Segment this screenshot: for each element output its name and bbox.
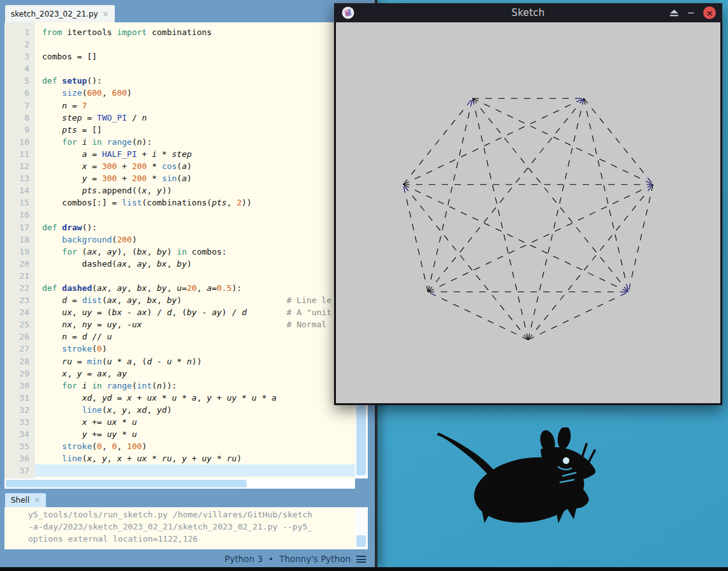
statusbar-interpreter[interactable]: Thonny's Python [279, 554, 351, 564]
line-number: 10 [4, 136, 35, 148]
code-line[interactable] [35, 464, 355, 477]
code-line[interactable]: line(x, y, x + ux * ru, y + uy * ru) [35, 452, 355, 464]
code-line[interactable]: pts.append((x, y)) [35, 184, 355, 197]
code-line[interactable]: nx, ny = uy, -ux # Normal [35, 318, 355, 330]
code-line[interactable] [35, 270, 355, 282]
code-line[interactable]: d = dist(ax, ay, bx, by) # Line le [35, 294, 355, 306]
code-line[interactable]: size(600, 600) [35, 87, 355, 99]
code-line[interactable]: combos = [] [35, 50, 355, 63]
line-number: 15 [4, 197, 35, 209]
code-line[interactable]: combos[:] = list(combinations(pts, 2)) [35, 197, 355, 209]
code-line[interactable]: x, y = ax, ay [35, 367, 355, 380]
code-line[interactable]: y += uy * u [35, 428, 355, 440]
statusbar-backend[interactable]: Python 3 [224, 554, 263, 564]
code-line[interactable] [35, 63, 355, 75]
code-line[interactable]: pts = [] [35, 124, 355, 136]
line-number: 19 [4, 246, 35, 258]
code-line[interactable]: dashed(ax, ay, bx, by) [35, 258, 355, 270]
code-line[interactable] [35, 38, 355, 50]
code-editor[interactable]: 1234567891011121314151617181920212223242… [4, 22, 368, 478]
line-number: 13 [4, 172, 35, 184]
line-number: 26 [4, 330, 35, 343]
code-line[interactable]: ru = min(u * a, (d - u * n)) [35, 355, 355, 367]
code-area[interactable]: from itertools import combinationscombos… [35, 22, 355, 478]
line-number: 11 [4, 148, 35, 160]
line-number: 37 [4, 464, 35, 477]
line-number: 24 [4, 306, 35, 318]
shell-vertical-scrollbar[interactable] [355, 507, 368, 549]
shell-panel[interactable]: y5_tools/tools/run_sketch.py /home/villa… [4, 507, 368, 549]
tab-label: sketch_2023_02_21.py [11, 10, 98, 19]
sketch-titlebar[interactable]: Sketch − × [334, 3, 722, 22]
line-number: 4 [4, 63, 35, 75]
line-number: 25 [4, 318, 35, 330]
code-line[interactable]: background(200) [35, 234, 355, 246]
thonny-window: sketch_2023_02_21.py × 12345678910111213… [0, 0, 377, 567]
code-line[interactable]: def draw(): [35, 221, 355, 234]
close-button[interactable]: × [703, 6, 716, 19]
line-number: 16 [4, 209, 35, 221]
line-number-gutter: 1234567891011121314151617181920212223242… [4, 22, 35, 478]
code-line[interactable]: stroke(0) [35, 343, 355, 355]
code-line[interactable]: n = 7 [35, 100, 355, 112]
close-icon: × [706, 9, 713, 17]
shell-tab-close-icon[interactable]: × [34, 496, 40, 505]
line-number: 6 [4, 87, 35, 99]
line-number: 27 [4, 343, 35, 355]
code-line[interactable]: ux, uy = (bx - ax) / d, (by - ay) / d # … [35, 306, 355, 318]
code-line[interactable]: stroke(0, 0, 100) [35, 440, 355, 452]
editor-tab-bar: sketch_2023_02_21.py × [0, 0, 375, 22]
line-number: 31 [4, 392, 35, 404]
line-number: 1 [4, 26, 35, 38]
minimize-button[interactable]: − [687, 10, 695, 16]
shell-vscroll-thumb[interactable] [356, 535, 366, 547]
code-line[interactable]: line(x, y, xd, yd) [35, 404, 355, 416]
line-number: 23 [4, 294, 35, 306]
line-number: 32 [4, 404, 35, 416]
line-number: 21 [4, 270, 35, 282]
line-number: 29 [4, 367, 35, 380]
mouse-tail [437, 433, 496, 478]
window-controls: − × [670, 3, 716, 22]
editor-hscroll-thumb[interactable] [6, 480, 247, 487]
screen-bottom-panel [0, 567, 728, 571]
statusbar-bullet: • [268, 554, 273, 564]
line-number: 9 [4, 124, 35, 136]
code-line[interactable]: for (ax, ay), (bx, by) in combos: [35, 246, 355, 258]
sketch-canvas [336, 22, 720, 403]
code-line[interactable]: def setup(): [35, 75, 355, 87]
code-line[interactable]: def dashed(ax, ay, bx, by, u=20, a=0.5): [35, 282, 355, 294]
line-number: 8 [4, 112, 35, 124]
tab-shell[interactable]: Shell × [5, 493, 46, 507]
tab-close-icon[interactable]: × [103, 10, 109, 19]
code-line[interactable]: for i in range(int(n)): [35, 380, 355, 392]
code-line[interactable]: xd, yd = x + ux * u * a, y + uy * u * a [35, 392, 355, 404]
statusbar-menu-icon[interactable] [356, 556, 366, 563]
line-number: 12 [4, 160, 35, 172]
status-bar: Python 3 • Thonny's Python [0, 551, 375, 567]
code-line[interactable]: step = TWO_PI / n [35, 112, 355, 124]
mouse-ear-right [556, 427, 572, 450]
editor-vscroll-thumb[interactable] [356, 405, 366, 475]
tab-sketch-file[interactable]: sketch_2023_02_21.py × [5, 5, 115, 22]
code-line[interactable] [35, 209, 355, 221]
line-number: 35 [4, 440, 35, 452]
mouse-front-foot [553, 498, 579, 523]
maximize-button[interactable] [670, 10, 678, 17]
shell-output[interactable]: y5_tools/tools/run_sketch.py /home/villa… [4, 507, 355, 549]
shell-line: y5_tools/tools/run_sketch.py /home/villa… [28, 508, 355, 521]
line-number: 5 [4, 75, 35, 87]
code-line[interactable]: y = 300 + 200 * sin(a) [35, 172, 355, 184]
sketch-window-title: Sketch [334, 7, 722, 19]
code-line[interactable]: for i in range(n): [35, 136, 355, 148]
code-line[interactable]: n = d // u [35, 330, 355, 343]
line-number: 20 [4, 258, 35, 270]
code-line[interactable]: a = HALF_PI + i * step [35, 148, 355, 160]
line-number: 36 [4, 452, 35, 464]
code-line[interactable]: x = 300 + 200 * cos(a) [35, 160, 355, 172]
code-line[interactable]: x += ux * u [35, 416, 355, 428]
code-line[interactable]: from itertools import combinations [35, 26, 355, 38]
line-number: 18 [4, 234, 35, 246]
shell-line: options external location=1122,126 [28, 533, 355, 545]
editor-horizontal-scrollbar[interactable] [4, 478, 355, 489]
